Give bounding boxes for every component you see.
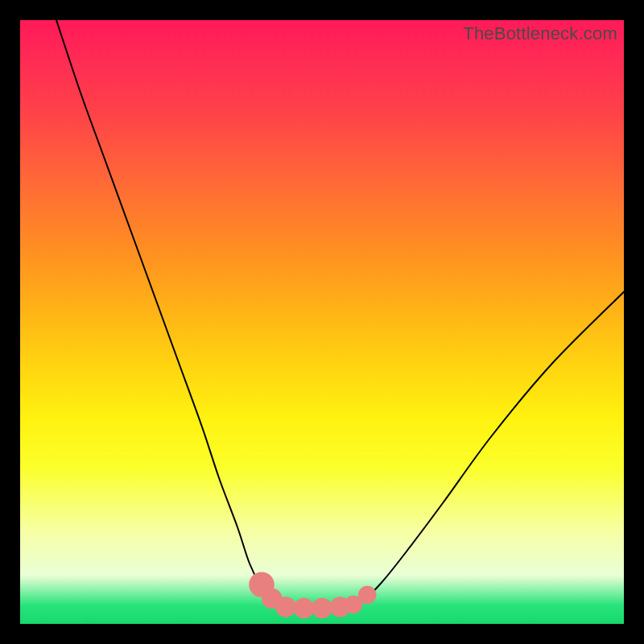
outer-frame: TheBottleneck.com [0,0,644,644]
bottom-marker [275,597,296,617]
bottom-marker [358,586,377,605]
bottom-marker [312,598,332,619]
marker-group [249,572,376,619]
curve-path [56,20,624,609]
bottom-marker [294,598,315,619]
plot-area: TheBottleneck.com [20,20,624,624]
bottleneck-curve [56,20,624,609]
chart-svg [20,20,624,624]
